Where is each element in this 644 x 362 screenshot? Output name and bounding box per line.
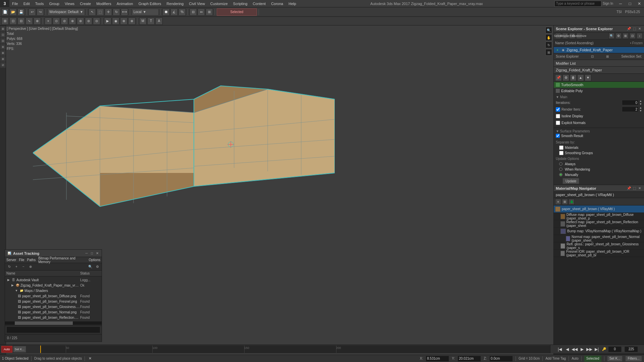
- z-input[interactable]: [489, 356, 513, 362]
- tb2-mat3[interactable]: A: [155, 17, 163, 25]
- tb2-btn12[interactable]: ⊝: [93, 17, 100, 25]
- menu-views[interactable]: Views: [62, 0, 77, 7]
- ls-btn-7[interactable]: ⊘: [0, 62, 6, 68]
- at-fresnel-item[interactable]: 🖼 paper_sheet_p8_brown_Fresnel.png Found: [5, 299, 102, 304]
- menu-corona[interactable]: Corona: [268, 0, 286, 7]
- at-reflection-item[interactable]: 🖼 paper_sheet_p8_brown_Reflection.png Fo…: [5, 315, 102, 320]
- menu-create[interactable]: Create: [77, 0, 94, 7]
- timeline-track[interactable]: 50 100 150 200: [40, 346, 550, 353]
- mat-item-6[interactable]: Fresnel IOR: paper_sheet_p8_brown_IOR (p…: [554, 250, 644, 257]
- redo-button[interactable]: ↪: [37, 8, 44, 16]
- smooth-result-checkbox[interactable]: [556, 134, 560, 138]
- always-radio[interactable]: [559, 162, 562, 166]
- menu-help[interactable]: Help: [286, 0, 299, 7]
- tb2-btn2[interactable]: ⊡: [9, 17, 17, 25]
- se-expand-button[interactable]: ⊡: [630, 33, 636, 39]
- mat-item-1[interactable]: Diffuse map: paper_sheet_p8_brown_Diffus…: [554, 213, 644, 220]
- menu-file[interactable]: File: [9, 0, 21, 7]
- frame-input[interactable]: [608, 346, 622, 352]
- tb2-render2[interactable]: ◉: [112, 17, 119, 25]
- ls-btn-2[interactable]: ⊡: [0, 32, 6, 38]
- main-section-header[interactable]: ▼ Main: [556, 95, 642, 99]
- angle-snap-button[interactable]: ∡: [170, 8, 178, 16]
- field-of-view-button[interactable]: ⊞: [545, 49, 552, 56]
- at-menu-server[interactable]: Server: [6, 258, 16, 262]
- explicit-normals-checkbox[interactable]: [556, 121, 560, 125]
- modifier-move-down-button[interactable]: ▼: [585, 74, 591, 81]
- iterations-input[interactable]: 0: [622, 100, 639, 105]
- iterations-up-arrow[interactable]: ▲: [639, 100, 642, 103]
- new-scene-button[interactable]: 📄: [1, 8, 9, 16]
- se-filter-button[interactable]: 🔍: [608, 33, 614, 39]
- at-hscrollbar[interactable]: [5, 321, 102, 325]
- se-settings-button[interactable]: ⚙: [615, 33, 622, 39]
- percent-snap-button[interactable]: %: [178, 8, 186, 16]
- modifier-move-up-button[interactable]: ▲: [577, 74, 584, 81]
- zoom-button[interactable]: 🔍: [545, 27, 552, 34]
- ls-btn-1[interactable]: ⊞: [0, 26, 6, 32]
- se-pin-button[interactable]: 📌: [627, 26, 631, 31]
- save-button[interactable]: 💾: [17, 8, 25, 16]
- at-menu-bitmap[interactable]: Bitmap Performance and Memory: [38, 256, 86, 264]
- play-button[interactable]: ▶: [579, 346, 585, 353]
- se-scene-object[interactable]: ● ◉ Zigzag_Folded_Kraft_Paper: [554, 47, 644, 53]
- modifier-delete-button[interactable]: 🗑: [570, 74, 577, 81]
- mat-item-5[interactable]: Refl. gloss.: paper_sheet_p8_brown_Gloss…: [554, 242, 644, 250]
- menu-scripting[interactable]: Scripting: [230, 0, 250, 7]
- mat-undock-button[interactable]: ⬚: [632, 186, 637, 191]
- at-normal-item[interactable]: 🖼 paper_sheet_p8_brown_Normal.png Found: [5, 309, 102, 315]
- se-display-button[interactable]: Display: [562, 33, 568, 39]
- modifier-configure-button[interactable]: ⚙: [562, 74, 569, 81]
- scale-button[interactable]: ⟷: [121, 8, 128, 16]
- auto-key-button[interactable]: Auto: [1, 346, 12, 353]
- smoothing-groups-checkbox[interactable]: [559, 151, 564, 155]
- key-mode-button[interactable]: 🔑: [601, 346, 607, 353]
- ls-btn-5[interactable]: ⊕: [0, 50, 6, 56]
- y-input[interactable]: [458, 356, 481, 362]
- mat-list-view[interactable]: ≡: [555, 199, 561, 205]
- snap-toggle-button[interactable]: 🔲: [162, 8, 170, 16]
- close-hint-button[interactable]: ✕: [88, 356, 92, 361]
- at-search-button[interactable]: 🔍: [87, 264, 93, 270]
- menu-customize[interactable]: Customize: [208, 0, 230, 7]
- close-button[interactable]: ✕: [635, 0, 644, 7]
- search-input[interactable]: [554, 1, 601, 7]
- at-vault-item[interactable]: ▶ 🗄 Autodesk Vault Logg...: [5, 277, 102, 283]
- at-path-input[interactable]: [6, 326, 100, 333]
- at-maps-item[interactable]: ▼ 📁 Maps / Shaders: [13, 288, 102, 293]
- create-selection-button[interactable]: Selected: [217, 8, 257, 16]
- tb2-btn10[interactable]: ⊛: [77, 17, 84, 25]
- at-diffuse-item[interactable]: 🖼 paper_sheet_p8_brown_Diffuse.png Found: [5, 293, 102, 299]
- set-key-button[interactable]: Set K...: [13, 346, 26, 353]
- menu-animation[interactable]: Animation: [114, 0, 136, 7]
- tb2-btn4[interactable]: ∿: [25, 17, 33, 25]
- modifier-pin-button[interactable]: 📌: [555, 74, 562, 81]
- tb2-btn6[interactable]: ⌖: [45, 17, 52, 25]
- tb2-btn8[interactable]: ⊘: [61, 17, 68, 25]
- at-menu-options[interactable]: Options: [89, 258, 100, 262]
- sign-in-link[interactable]: Sign In: [603, 2, 613, 5]
- maximize-button[interactable]: □: [625, 0, 635, 7]
- filters-button[interactable]: Filters...: [625, 356, 642, 362]
- se-sort-button[interactable]: ↕: [637, 33, 643, 39]
- at-glossiness-item[interactable]: 🖼 paper_sheet_p8_brown_Glossiness.png Fo…: [5, 304, 102, 309]
- open-button[interactable]: 📂: [9, 8, 17, 16]
- menu-graph-editors[interactable]: Graph Editors: [136, 0, 164, 7]
- next-frame-button[interactable]: ▶▶: [586, 346, 593, 353]
- iterations-down-arrow[interactable]: ▼: [639, 103, 642, 106]
- x-input[interactable]: [426, 356, 449, 362]
- tb2-btn9[interactable]: ⊗: [69, 17, 76, 25]
- tb2-render1[interactable]: ▶: [104, 17, 111, 25]
- at-add-button[interactable]: +: [13, 264, 19, 270]
- render-iters-checkbox[interactable]: [556, 107, 560, 112]
- at-menu-paths[interactable]: Paths: [27, 258, 36, 262]
- when-rendering-radio[interactable]: [559, 168, 562, 171]
- se-close-button[interactable]: ✕: [637, 26, 642, 31]
- command-panel-btn[interactable]: ⊞: [1, 17, 9, 25]
- align-button[interactable]: ⊟: [190, 8, 197, 16]
- orbit-button[interactable]: ↻: [545, 42, 552, 48]
- menu-tools[interactable]: Tools: [33, 0, 47, 7]
- tb2-mat2[interactable]: T: [147, 17, 155, 25]
- modifier-turbosmooth[interactable]: TurboSmooth: [554, 82, 644, 88]
- total-frames-input[interactable]: [625, 346, 638, 352]
